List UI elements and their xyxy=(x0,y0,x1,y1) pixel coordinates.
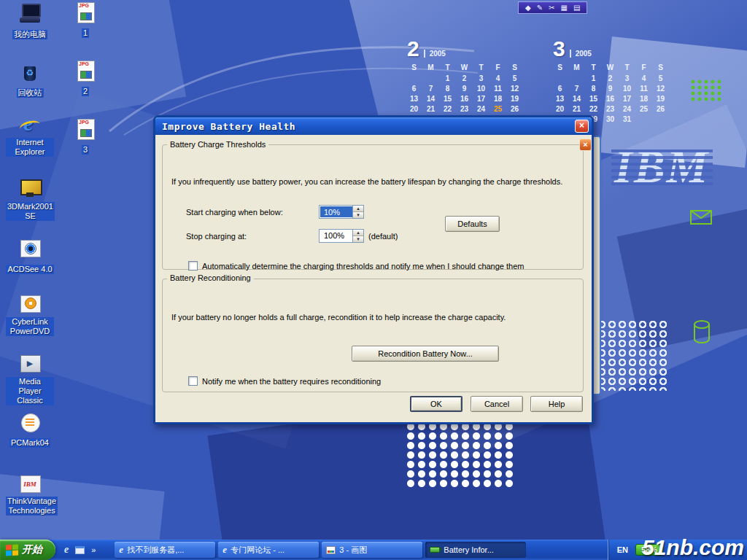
auto-determine-checkbox[interactable] xyxy=(188,261,198,271)
start-threshold-spinner[interactable]: 10% ▴ ▾ xyxy=(319,205,364,219)
spinner-up-icon[interactable]: ▴ xyxy=(353,206,363,212)
pcmark-icon xyxy=(18,411,42,433)
background-window-close-icon[interactable]: × xyxy=(579,139,592,151)
desktop-icon-jpg-3[interactable]: JPG 3 xyxy=(69,118,102,155)
calendar-day: 20 xyxy=(551,105,568,113)
jpg-file-icon: JPG xyxy=(74,118,97,140)
calendar-day: 12 xyxy=(652,85,669,93)
calendar-weekday-row: SMTWTFS xyxy=(406,63,523,71)
ok-button[interactable]: OK xyxy=(410,396,462,412)
mini-toolbar-icon[interactable]: ◆ xyxy=(525,2,531,13)
improve-battery-health-dialog: Improve Battery Health × Battery Charge … xyxy=(153,115,594,424)
desktop-icon-jpg-1[interactable]: JPG 1 xyxy=(69,1,102,39)
calendar-day: 21 xyxy=(568,105,585,113)
jpg-badge: JPG xyxy=(79,61,89,66)
desktop-icon-recycle-bin[interactable]: 回收站 xyxy=(6,61,54,98)
desktop-icon-label: PCMark04 xyxy=(9,438,50,448)
taskbar-task-battery-information[interactable]: Battery Infor... xyxy=(425,542,526,558)
dialog-titlebar[interactable]: Improve Battery Health × xyxy=(155,117,592,135)
task-buttons: e 找不到服务器,... e 专门网论坛 - ... 3 - 画图 Batter… xyxy=(115,540,526,560)
cylinder-icon xyxy=(693,319,711,346)
group-title: Battery Reconditioning xyxy=(167,273,254,282)
paint-icon xyxy=(326,546,336,554)
calendar-year: 2005 xyxy=(424,50,446,58)
quick-launch-ie-icon[interactable]: e xyxy=(64,544,69,556)
calendar-day: 19 xyxy=(652,95,669,103)
calendar-weekday: T xyxy=(619,63,635,71)
calendar-day: 7 xyxy=(568,85,585,93)
desktop-icon-acdsee[interactable]: ACDSee 4.0 xyxy=(6,238,54,275)
stop-threshold-spinner[interactable]: 100% ▴ ▾ xyxy=(319,229,364,243)
calendar-march: 3 2005 SMTWTFS 1234567891011121314151617… xyxy=(551,39,669,123)
mini-toolbar-icon[interactable]: ▤ xyxy=(573,2,580,13)
calendar-weekday: T xyxy=(473,63,489,71)
calendar-day: 17 xyxy=(473,95,489,103)
help-button[interactable]: Help xyxy=(530,396,583,412)
powerdvd-icon xyxy=(18,293,42,315)
auto-determine-label[interactable]: Automatically determine the charging thr… xyxy=(202,262,524,271)
defaults-button[interactable]: Defaults xyxy=(445,216,500,232)
calendar-day: 10 xyxy=(619,85,635,93)
task-label: 3 - 画图 xyxy=(339,545,367,556)
start-button[interactable]: 开始 xyxy=(0,540,55,560)
recondition-battery-button[interactable]: Recondition Battery Now... xyxy=(352,346,499,362)
calendar-day: 9 xyxy=(602,85,619,93)
jpg-file-icon: JPG xyxy=(74,60,97,82)
desktop-icon-label: Media Player Classic xyxy=(6,377,54,405)
dialog-title: Improve Battery Health xyxy=(162,121,575,132)
calendar-day: 13 xyxy=(406,95,422,103)
calendar-day: 9 xyxy=(456,85,473,93)
desktop-icon-3dmark2001[interactable]: 3DMark2001 SE xyxy=(6,178,54,222)
mini-toolbar-icon[interactable]: ✎ xyxy=(537,2,543,13)
mini-toolbar-icon[interactable]: ▦ xyxy=(560,2,567,13)
ie-icon: e xyxy=(119,544,123,556)
media-player-classic-icon xyxy=(18,353,42,375)
spinner-down-icon[interactable]: ▾ xyxy=(353,236,363,242)
mini-toolbar-icon[interactable]: ✂ xyxy=(549,2,554,13)
task-label: 找不到服务器,... xyxy=(127,545,184,556)
taskbar-task-paint[interactable]: 3 - 画图 xyxy=(322,542,422,558)
stop-threshold-value[interactable]: 100% xyxy=(320,230,352,242)
spinner-up-icon[interactable]: ▴ xyxy=(353,230,363,236)
desktop-icon-my-computer[interactable]: 我的电脑 xyxy=(6,3,54,40)
show-desktop-icon[interactable] xyxy=(75,546,85,554)
start-threshold-value[interactable]: 10% xyxy=(320,206,352,217)
calendar-day: 16 xyxy=(602,95,619,103)
cancel-button[interactable]: Cancel xyxy=(471,396,523,412)
taskbar-task-forum[interactable]: e 专门网论坛 - ... xyxy=(218,542,319,558)
battery-reconditioning-group xyxy=(162,279,584,392)
calendar-weekday: S xyxy=(506,63,523,71)
calendar-day: 2 xyxy=(602,74,619,82)
desktop-icon-pcmark04[interactable]: PCMark04 xyxy=(6,411,54,448)
quick-launch-expand-icon[interactable]: » xyxy=(91,545,96,554)
calendar-day: 7 xyxy=(422,85,439,93)
calendar-day: 11 xyxy=(489,85,506,93)
calendar-day: 3 xyxy=(619,74,635,82)
language-indicator[interactable]: EN xyxy=(617,545,628,554)
calendar-weekday: S xyxy=(406,63,422,71)
calendar-day: 4 xyxy=(635,74,652,82)
desktop-icon-jpg-2[interactable]: JPG 2 xyxy=(69,60,102,97)
taskbar-task-server-not-found[interactable]: e 找不到服务器,... xyxy=(115,542,215,558)
acdsee-icon xyxy=(18,238,42,260)
desktop-icon-label: CyberLink PowerDVD xyxy=(6,317,54,336)
spinner-down-icon[interactable]: ▾ xyxy=(353,212,363,218)
notify-reconditioning-checkbox[interactable] xyxy=(188,376,198,386)
desktop-icon-label: 我的电脑 xyxy=(12,30,47,39)
desktop-icon-powerdvd[interactable]: CyberLink PowerDVD xyxy=(6,293,54,337)
notify-reconditioning-label[interactable]: Notify me when the battery requires reco… xyxy=(202,377,381,386)
calendar-day: 25 xyxy=(635,105,652,113)
desktop-icon-internet-explorer[interactable]: Internet Explorer xyxy=(6,114,54,158)
desktop-icon-media-player-classic[interactable]: Media Player Classic xyxy=(6,353,54,406)
calendar-weekday-row: SMTWTFS xyxy=(551,63,669,71)
jpg-badge: JPG xyxy=(79,120,89,125)
calendar-day: 24 xyxy=(619,105,635,113)
desktop-icon-thinkvantage[interactable]: ThinkVantage Technologies xyxy=(6,472,54,516)
mini-toolbar[interactable]: ◆ ✎ ✂ ▦ ▤ xyxy=(518,1,587,14)
close-icon[interactable]: × xyxy=(575,120,589,133)
calendar-day: 1 xyxy=(585,74,602,82)
calendar-day: 20 xyxy=(406,105,422,113)
calendar-year: 2005 xyxy=(570,50,592,58)
start-charging-label: Start charging when below: xyxy=(186,208,283,217)
desktop-icon-label: 2 xyxy=(82,87,89,96)
